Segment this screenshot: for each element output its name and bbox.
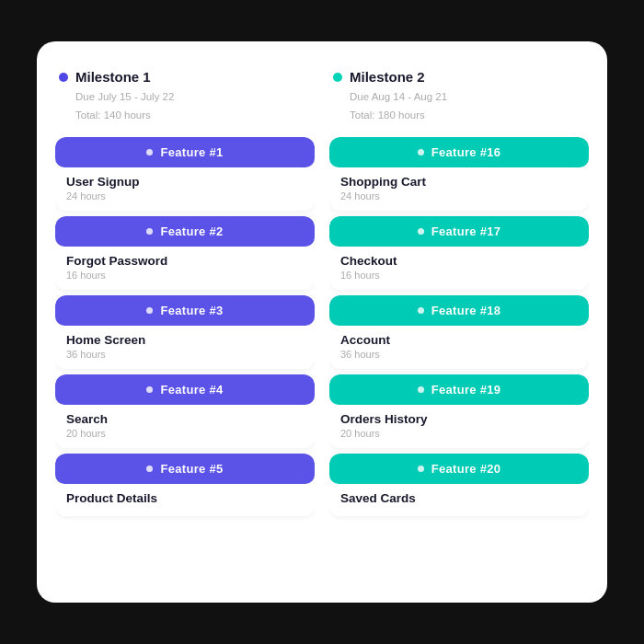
feature-name-f20: Saved Cards xyxy=(340,491,578,505)
col-milestone-1: Milestone 1Due July 15 - July 22Total: 1… xyxy=(55,69,315,575)
feature-header-f17: Feature #17 xyxy=(329,216,589,247)
main-container: Milestone 1Due July 15 - July 22Total: 1… xyxy=(37,41,607,603)
feature-name-f2: Forgot Password xyxy=(66,254,304,268)
feature-body-f1: User Signup24 hours xyxy=(55,167,315,211)
milestone-meta-milestone-2: Due Aug 14 - Aug 21Total: 180 hours xyxy=(333,88,589,124)
features-list-milestone-1: Feature #1User Signup24 hoursFeature #2F… xyxy=(55,137,315,522)
feature-body-f5: Product Details xyxy=(55,484,315,516)
feature-hours-f4: 20 hours xyxy=(66,428,304,439)
feature-header-f1: Feature #1 xyxy=(55,137,315,167)
feature-header-f2: Feature #2 xyxy=(55,216,315,247)
feature-label-f3: Feature #3 xyxy=(160,304,223,317)
feature-label-f2: Feature #2 xyxy=(160,224,223,238)
feature-label-f5: Feature #5 xyxy=(160,462,223,476)
feature-name-f17: Checkout xyxy=(340,254,578,268)
feature-block-f17: Feature #17Checkout16 hours xyxy=(329,216,589,290)
feature-dot-f4 xyxy=(146,386,153,393)
feature-body-f16: Shopping Cart24 hours xyxy=(329,167,589,211)
feature-label-f19: Feature #19 xyxy=(431,383,501,397)
feature-body-f17: Checkout16 hours xyxy=(329,247,589,290)
milestone-title-milestone-1: Milestone 1 xyxy=(75,69,151,85)
feature-hours-f16: 24 hours xyxy=(340,190,578,201)
feature-header-f5: Feature #5 xyxy=(55,454,315,484)
header-milestone-2: Milestone 2Due Aug 14 - Aug 21Total: 180… xyxy=(329,69,589,124)
milestone-title-milestone-2: Milestone 2 xyxy=(350,69,425,85)
feature-body-f20: Saved Cards xyxy=(329,484,589,516)
feature-dot-f17 xyxy=(418,228,424,235)
feature-block-f4: Feature #4Search20 hours xyxy=(55,374,315,448)
feature-body-f2: Forgot Password16 hours xyxy=(55,247,315,290)
feature-dot-f1 xyxy=(146,149,153,155)
feature-hours-f18: 36 hours xyxy=(340,349,578,360)
feature-header-f20: Feature #20 xyxy=(329,454,589,484)
feature-hours-f19: 20 hours xyxy=(340,428,578,439)
feature-block-f1: Feature #1User Signup24 hours xyxy=(55,137,315,211)
feature-body-f19: Orders History20 hours xyxy=(329,405,589,448)
feature-dot-f16 xyxy=(418,149,424,155)
feature-header-f16: Feature #16 xyxy=(329,137,589,167)
feature-dot-f20 xyxy=(418,466,424,472)
feature-body-f18: Account36 hours xyxy=(329,326,589,369)
feature-block-f16: Feature #16Shopping Cart24 hours xyxy=(329,137,589,211)
feature-body-f4: Search20 hours xyxy=(55,405,315,448)
feature-name-f1: User Signup xyxy=(66,175,304,189)
feature-dot-f18 xyxy=(418,307,424,314)
feature-label-f18: Feature #18 xyxy=(431,304,501,317)
feature-block-f18: Feature #18Account36 hours xyxy=(329,295,589,369)
feature-dot-f19 xyxy=(418,386,424,393)
feature-name-f19: Orders History xyxy=(340,412,578,426)
features-list-milestone-2: Feature #16Shopping Cart24 hoursFeature … xyxy=(329,137,589,522)
feature-name-f5: Product Details xyxy=(66,491,304,505)
header-milestone-1: Milestone 1Due July 15 - July 22Total: 1… xyxy=(55,69,315,124)
feature-hours-f17: 16 hours xyxy=(340,270,578,281)
feature-block-f5: Feature #5Product Details xyxy=(55,454,315,516)
feature-header-f18: Feature #18 xyxy=(329,295,589,326)
feature-hours-f2: 16 hours xyxy=(66,270,304,281)
feature-name-f16: Shopping Cart xyxy=(340,175,578,189)
feature-dot-f5 xyxy=(146,466,153,472)
feature-body-f3: Home Screen36 hours xyxy=(55,326,315,369)
feature-header-f3: Feature #3 xyxy=(55,295,315,326)
feature-hours-f1: 24 hours xyxy=(66,190,304,201)
feature-name-f3: Home Screen xyxy=(66,333,304,347)
feature-name-f4: Search xyxy=(66,412,304,426)
milestone-meta-milestone-1: Due July 15 - July 22Total: 140 hours xyxy=(59,88,315,124)
feature-label-f17: Feature #17 xyxy=(431,224,501,238)
feature-dot-f2 xyxy=(146,228,153,235)
milestone-dot-milestone-1 xyxy=(59,73,68,82)
feature-block-f2: Feature #2Forgot Password16 hours xyxy=(55,216,315,290)
feature-block-f3: Feature #3Home Screen36 hours xyxy=(55,295,315,369)
feature-hours-f3: 36 hours xyxy=(66,349,304,360)
feature-label-f4: Feature #4 xyxy=(160,383,223,397)
feature-header-f19: Feature #19 xyxy=(329,374,589,405)
milestone-dot-milestone-2 xyxy=(333,73,342,82)
feature-name-f18: Account xyxy=(340,333,578,347)
feature-header-f4: Feature #4 xyxy=(55,374,315,405)
feature-label-f20: Feature #20 xyxy=(431,462,501,476)
feature-label-f1: Feature #1 xyxy=(160,145,223,159)
feature-label-f16: Feature #16 xyxy=(431,145,501,159)
feature-block-f20: Feature #20Saved Cards xyxy=(329,454,589,516)
feature-dot-f3 xyxy=(146,307,153,314)
feature-block-f19: Feature #19Orders History20 hours xyxy=(329,374,589,448)
col-milestone-2: Milestone 2Due Aug 14 - Aug 21Total: 180… xyxy=(329,69,589,575)
